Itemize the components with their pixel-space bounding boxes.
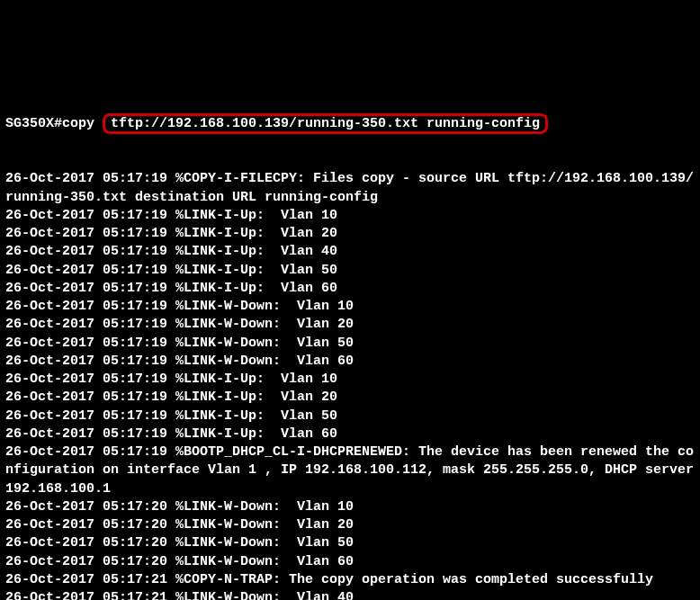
- log-line: 26-Oct-2017 05:17:19 %LINK-W-Down: Vlan …: [5, 353, 695, 371]
- log-line: 26-Oct-2017 05:17:19 %LINK-W-Down: Vlan …: [5, 298, 695, 316]
- log-line: 26-Oct-2017 05:17:19 %LINK-I-Up: Vlan 20: [5, 389, 695, 407]
- log-line: 26-Oct-2017 05:17:21 %LINK-W-Down: Vlan …: [5, 589, 695, 600]
- highlighted-command: tftp://192.168.100.139/running-350.txt r…: [103, 113, 548, 134]
- log-line: 26-Oct-2017 05:17:19 %LINK-I-Up: Vlan 50: [5, 262, 695, 280]
- log-line: 26-Oct-2017 05:17:19 %LINK-I-Up: Vlan 50: [5, 407, 695, 425]
- log-line: 26-Oct-2017 05:17:20 %LINK-W-Down: Vlan …: [5, 534, 695, 552]
- log-line: 26-Oct-2017 05:17:19 %BOOTP_DHCP_CL-I-DH…: [5, 443, 695, 498]
- log-line: 26-Oct-2017 05:17:20 %LINK-W-Down: Vlan …: [5, 498, 695, 516]
- terminal-output[interactable]: SG350X#copy tftp://192.168.100.139/runni…: [5, 76, 695, 600]
- log-line: 26-Oct-2017 05:17:19 %LINK-I-Up: Vlan 60: [5, 280, 695, 298]
- log-line: 26-Oct-2017 05:17:21 %COPY-N-TRAP: The c…: [5, 571, 695, 589]
- log-line: 26-Oct-2017 05:17:19 %LINK-I-Up: Vlan 20: [5, 225, 695, 243]
- command-line: SG350X#copy tftp://192.168.100.139/runni…: [5, 113, 695, 134]
- log-line: 26-Oct-2017 05:17:19 %LINK-I-Up: Vlan 10: [5, 371, 695, 389]
- log-line: 26-Oct-2017 05:17:20 %LINK-W-Down: Vlan …: [5, 553, 695, 571]
- log-line: 26-Oct-2017 05:17:20 %LINK-W-Down: Vlan …: [5, 516, 695, 534]
- log-line: 26-Oct-2017 05:17:19 %LINK-W-Down: Vlan …: [5, 316, 695, 334]
- prompt-prefix: SG350X#copy: [5, 115, 103, 133]
- log-line: 26-Oct-2017 05:17:19 %LINK-I-Up: Vlan 60: [5, 425, 695, 443]
- log-line: 26-Oct-2017 05:17:19 %LINK-W-Down: Vlan …: [5, 335, 695, 353]
- log-output: 26-Oct-2017 05:17:19 %COPY-I-FILECPY: Fi…: [5, 170, 695, 600]
- log-line: 26-Oct-2017 05:17:19 %LINK-I-Up: Vlan 40: [5, 243, 695, 261]
- log-line: 26-Oct-2017 05:17:19 %COPY-I-FILECPY: Fi…: [5, 170, 695, 207]
- log-line: 26-Oct-2017 05:17:19 %LINK-I-Up: Vlan 10: [5, 207, 695, 225]
